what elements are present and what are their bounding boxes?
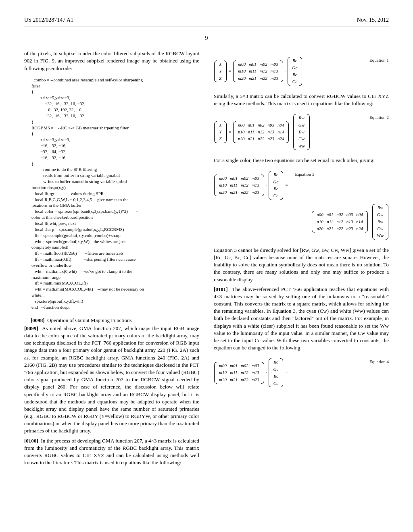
equation-label: Equation 3	[290, 171, 315, 177]
page-header: US 2012/0287147 A1 Nov. 15, 2012	[24, 16, 389, 27]
equation-label: Equation 2	[364, 114, 389, 121]
para-text: The above-referenced PCT '766 applicatio…	[214, 286, 389, 351]
matrix-rgbc: RcGcBcCc	[287, 57, 303, 85]
equation-label: Equation 1	[364, 57, 389, 63]
para-text: In the process of developing GMA functio…	[24, 438, 199, 466]
equation-1: XYZ = m00m01m02m03 m10m11m12m13 m20m21m2…	[214, 57, 389, 85]
section-title-text: Operation of Gamut Mapping Functions	[47, 317, 131, 323]
equation-4: m00m01m02m03 m10m11m12m13 m20m21m22m23 ·…	[214, 359, 389, 387]
two-column-layout: of the pixels, to subpixel render the co…	[24, 50, 389, 469]
publication-date: Nov. 15, 2012	[357, 16, 389, 24]
para-r1: Similarly, a 5×3 matrix can be calculate…	[214, 93, 389, 107]
para-number: [0099]	[24, 325, 38, 331]
para-0101: [0101] The above-referenced PCT '766 app…	[214, 286, 389, 352]
equation-3: m00m01m02m03 m10m11m12m13 m20m21m22m23 ·…	[214, 171, 389, 239]
para-0100: [0100] In the process of developing GMA …	[24, 437, 199, 467]
intro-para: of the pixels, to subpixel render the co…	[24, 50, 199, 72]
pseudocode-block: . combo = --combined area resample and s…	[31, 77, 199, 310]
right-column: XYZ = m00m01m02m03 m10m11m12m13 m20m21m2…	[214, 50, 389, 469]
para-number: [0098]	[31, 317, 45, 323]
para-r3: Equation 3 cannot be directly solved for…	[214, 247, 389, 283]
para-0099: [0099] As noted above, GMA function 207,…	[24, 325, 199, 435]
matrix-m34: m00m01m02m03 m10m11m12m13 m20m21m22m23	[233, 61, 284, 82]
para-number: [0101]	[214, 286, 228, 292]
para-number: [0100]	[24, 438, 38, 444]
para-text: As noted above, GMA function 207, which …	[24, 325, 199, 434]
page-number: 9	[24, 34, 389, 42]
para-r2: For a single color, these two equations …	[214, 157, 389, 164]
section-heading: [0098] Operation of Gamut Mapping Functi…	[24, 317, 199, 324]
publication-number: US 2012/0287147 A1	[24, 16, 73, 24]
equation-2: XYZ = n00n01n02n03n04 n10n11n12n13n14 n2…	[214, 114, 389, 150]
left-column: of the pixels, to subpixel render the co…	[24, 50, 199, 469]
equation-label: Equation 4	[364, 359, 389, 365]
matrix-xyz: XYZ	[214, 61, 227, 82]
